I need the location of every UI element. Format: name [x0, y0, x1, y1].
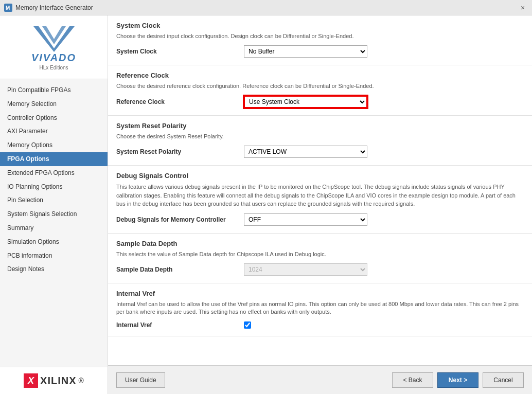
field-row-system-reset-polarity: System Reset PolarityACTIVE LOWACTIVE HI… [116, 146, 524, 158]
vivado-text: VIVADO [31, 52, 76, 64]
field-control-reference-clock: Use System ClockDifferentialSingle-Ended [244, 96, 524, 108]
app-icon: M [4, 4, 12, 12]
section-title-debug-signals-control: Debug Signals Control [116, 172, 524, 180]
section-desc-debug-signals-control: This feature allows various debug signal… [116, 183, 524, 208]
title-bar: M Memory Interface Generator × [0, 0, 532, 15]
section-desc-sample-data-depth: This selects the value of Sample Data de… [116, 250, 524, 258]
field-label-system-reset-polarity: System Reset Polarity [116, 148, 240, 155]
sidebar-item-controller-options[interactable]: Controller Options [0, 111, 108, 125]
section-sample-data-depth: Sample Data DepthThis selects the value … [108, 234, 532, 283]
checkbox-internal-vref[interactable] [244, 321, 251, 329]
sidebar-item-summary[interactable]: Summary [0, 221, 108, 235]
footer-left: User Guide [116, 372, 388, 388]
section-title-system-reset-polarity: System Reset Polarity [116, 122, 524, 130]
section-debug-signals-control: Debug Signals ControlThis feature allows… [108, 166, 532, 234]
sidebar-bottom-logo: X XILINX ® [0, 367, 108, 394]
section-title-sample-data-depth: Sample Data Depth [116, 240, 524, 247]
section-title-reference-clock: Reference Clock [116, 71, 524, 79]
window-title: Memory Interface Generator [15, 4, 515, 11]
sidebar-logo: VIVADO HLx Editions [0, 15, 108, 79]
sidebar-item-design-notes[interactable]: Design Notes [0, 262, 108, 276]
select-system-clock[interactable]: No BufferDifferentialSingle-Ended [244, 45, 367, 58]
hlx-text: HLx Editions [39, 65, 68, 70]
field-label-system-clock: System Clock [116, 48, 240, 55]
checkbox-row-internal-vref [244, 321, 524, 329]
field-control-sample-data-depth: 102420484096 [244, 263, 524, 276]
sidebar-item-fpga-options[interactable]: FPGA Options [0, 152, 108, 166]
section-internal-vref: Internal VrefInternal Vref can be used t… [108, 283, 532, 336]
next-button[interactable]: Next > [437, 372, 478, 388]
sidebar-item-io-planning-options[interactable]: IO Planning Options [0, 180, 108, 194]
user-guide-button[interactable]: User Guide [116, 372, 165, 388]
section-desc-system-clock: Choose the desired input clock configura… [116, 32, 524, 40]
field-control-debug-signals-control: OFFON [244, 213, 524, 226]
sidebar-item-extended-fpga-options[interactable]: Extended FPGA Options [0, 166, 108, 180]
sidebar-nav: Pin Compatible FPGAsMemory SelectionCont… [0, 79, 108, 367]
select-debug-signals-control[interactable]: OFFON [244, 213, 367, 226]
sidebar-item-memory-options[interactable]: Memory Options [0, 138, 108, 152]
footer: User Guide < Back Next > Cancel [108, 365, 532, 394]
sidebar-item-memory-selection[interactable]: Memory Selection [0, 97, 108, 111]
field-label-internal-vref: Internal Vref [116, 321, 240, 329]
section-system-clock: System ClockChoose the desired input clo… [108, 15, 532, 65]
section-title-internal-vref: Internal Vref [116, 290, 524, 297]
section-system-reset-polarity: System Reset PolarityChoose the desired … [108, 116, 532, 166]
section-reference-clock: Reference ClockChoose the desired refere… [108, 65, 532, 115]
field-row-sample-data-depth: Sample Data Depth102420484096 [116, 263, 524, 276]
content-area: System ClockChoose the desired input clo… [108, 15, 532, 394]
sidebar-item-pcb-information[interactable]: PCB information [0, 249, 108, 263]
sidebar-item-system-signals-selection[interactable]: System Signals Selection [0, 207, 108, 221]
field-row-reference-clock: Reference ClockUse System ClockDifferent… [116, 96, 524, 108]
xilinx-x-icon: X [24, 373, 38, 388]
section-desc-reference-clock: Choose the desired reference clock confi… [116, 82, 524, 90]
section-desc-internal-vref: Internal Vref can be used to allow the u… [116, 300, 524, 316]
field-label-reference-clock: Reference Clock [116, 98, 240, 105]
sidebar-item-pin-selection[interactable]: Pin Selection [0, 193, 108, 207]
section-title-system-clock: System Clock [116, 22, 524, 29]
field-row-debug-signals-control: Debug Signals for Memory ControllerOFFON [116, 213, 524, 226]
sidebar: VIVADO HLx Editions Pin Compatible FPGAs… [0, 15, 108, 394]
select-sample-data-depth[interactable]: 102420484096 [244, 263, 367, 276]
select-system-reset-polarity[interactable]: ACTIVE LOWACTIVE HIGH [244, 146, 367, 158]
field-control-system-clock: No BufferDifferentialSingle-Ended [244, 45, 524, 58]
main-container: VIVADO HLx Editions Pin Compatible FPGAs… [0, 15, 532, 394]
section-desc-system-reset-polarity: Choose the desired System Reset Polarity… [116, 133, 524, 140]
select-reference-clock[interactable]: Use System ClockDifferentialSingle-Ended [244, 96, 367, 108]
field-label-debug-signals-control: Debug Signals for Memory Controller [116, 216, 240, 223]
field-row-internal-vref: Internal Vref [116, 321, 524, 329]
sidebar-item-axi-parameter[interactable]: AXI Parameter [0, 124, 108, 138]
xilinx-registered: ® [79, 377, 84, 385]
sidebar-item-pin-compatible[interactable]: Pin Compatible FPGAs [0, 83, 108, 97]
vivado-logo: VIVADO HLx Editions [31, 24, 77, 70]
field-row-system-clock: System ClockNo BufferDifferentialSingle-… [116, 45, 524, 58]
sidebar-item-simulation-options[interactable]: Simulation Options [0, 235, 108, 249]
field-control-system-reset-polarity: ACTIVE LOWACTIVE HIGH [244, 146, 524, 158]
close-button[interactable]: × [518, 3, 528, 13]
cancel-button[interactable]: Cancel [483, 372, 524, 388]
back-button[interactable]: < Back [392, 372, 433, 388]
xilinx-text: XILINX [40, 375, 76, 387]
field-control-internal-vref [244, 321, 524, 329]
vivado-logo-svg [31, 24, 77, 52]
svg-text:M: M [6, 5, 10, 11]
xilinx-logo-wrapper: X XILINX ® [24, 373, 84, 388]
content-scroll[interactable]: System ClockChoose the desired input clo… [108, 15, 532, 365]
field-label-sample-data-depth: Sample Data Depth [116, 266, 240, 273]
